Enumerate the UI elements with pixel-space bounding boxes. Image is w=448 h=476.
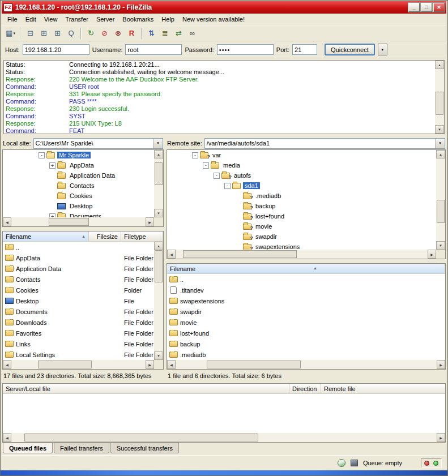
- scrollbar-track[interactable]: [436, 158, 445, 241]
- scrollbar-thumb[interactable]: [38, 361, 92, 368]
- queue-horizontal-scrollbar[interactable]: ◀▶: [3, 433, 445, 442]
- disconnect-button[interactable]: ⊗: [112, 27, 125, 40]
- remote-tree-horizontal-scrollbar[interactable]: ◀▶: [167, 250, 436, 259]
- Cookies[interactable]: Cookies Folder: [3, 285, 154, 295]
- backup[interactable]: backup: [167, 338, 445, 349]
- directory-comparison-button[interactable]: ≣: [159, 27, 172, 40]
- tab-queued-files[interactable]: Queued files: [3, 443, 53, 453]
- speed-limit-icon[interactable]: [338, 459, 345, 467]
- queue-column-remote-file[interactable]: Remote file: [321, 384, 445, 393]
- scroll-left-button[interactable]: ◀: [3, 360, 11, 369]
- tree-expander[interactable]: +: [49, 162, 56, 169]
- port-input[interactable]: [292, 44, 317, 55]
- tree-expander[interactable]: -: [214, 173, 220, 179]
- tree-item[interactable]: - var: [167, 150, 436, 160]
- tree-item[interactable]: + AppData: [3, 160, 154, 170]
- menu-server[interactable]: Server: [92, 15, 118, 24]
- tree-item[interactable]: movie: [167, 221, 436, 231]
- local-column-filename[interactable]: Filename ▲: [3, 231, 89, 241]
- scroll-down-button[interactable]: ▼: [436, 241, 445, 250]
- Contacts[interactable]: Contacts File Folder: [3, 274, 154, 285]
- synchronized-browsing-button[interactable]: ⇄: [172, 27, 185, 40]
- filter-button[interactable]: ⇅: [145, 27, 158, 40]
- .titandev[interactable]: .titandev: [167, 285, 445, 295]
- Application Data[interactable]: Application Data File Folder: [3, 263, 154, 274]
- tree-item[interactable]: Cookies: [3, 191, 154, 201]
- combo-dropdown-icon[interactable]: ▾: [435, 139, 445, 148]
- AppData[interactable]: AppData File Folder: [3, 252, 154, 263]
- scroll-up-button[interactable]: ▲: [154, 150, 163, 158]
- local-column-filetype[interactable]: Filetype: [121, 231, 163, 241]
- remote-list-horizontal-scrollbar[interactable]: ◀▶: [167, 360, 445, 369]
- Desktop[interactable]: Desktop File: [3, 295, 154, 306]
- tree-item[interactable]: swapextensions: [167, 242, 436, 250]
- find-files-button[interactable]: ∞: [186, 27, 199, 40]
- menu-view[interactable]: View: [40, 15, 62, 24]
- password-input[interactable]: [217, 44, 274, 55]
- menu-new-version-available[interactable]: New version available!: [178, 15, 249, 24]
- local-list-horizontal-scrollbar[interactable]: ◀▶: [3, 360, 154, 369]
- scrollbar-thumb[interactable]: [207, 361, 301, 368]
- scrollbar-track[interactable]: [176, 250, 428, 259]
- scrollbar-track[interactable]: [11, 217, 146, 226]
- scrollbar-track[interactable]: [11, 433, 437, 442]
- Favorites[interactable]: Favorites File Folder: [3, 328, 154, 338]
- scrollbar-thumb[interactable]: [155, 250, 163, 282]
- queue-column-direction[interactable]: Direction: [289, 384, 321, 393]
- ..[interactable]: ..: [3, 242, 154, 252]
- scroll-left-button[interactable]: ◀: [3, 433, 11, 442]
- scroll-right-button[interactable]: ▶: [437, 360, 445, 369]
- scroll-up-button[interactable]: ▲: [435, 61, 444, 69]
- scrollbar-track[interactable]: [11, 360, 146, 369]
- tree-expander[interactable]: -: [192, 152, 198, 158]
- tree-item[interactable]: - sda1: [167, 181, 436, 191]
- scroll-left-button[interactable]: ◀: [167, 360, 176, 369]
- scroll-left-button[interactable]: ◀: [3, 217, 11, 226]
- tree-item[interactable]: Desktop: [3, 201, 154, 211]
- remote-column-filename[interactable]: Filename ▲: [167, 264, 445, 273]
- scrollbar-thumb[interactable]: [437, 200, 445, 223]
- queue-column-local-file[interactable]: Server/Local file: [3, 384, 289, 393]
- combo-dropdown-icon[interactable]: ▾: [153, 139, 163, 148]
- Local Settings[interactable]: Local Settings File Folder: [3, 349, 154, 360]
- cancel-operation-button[interactable]: ⊘: [98, 27, 111, 40]
- scrollbar-thumb[interactable]: [49, 218, 89, 226]
- maximize-button[interactable]: □: [421, 3, 432, 12]
- tree-expander[interactable]: +: [49, 213, 56, 218]
- tree-item[interactable]: backup: [167, 201, 436, 211]
- scroll-right-button[interactable]: ▶: [146, 360, 154, 369]
- tree-expander[interactable]: -: [224, 183, 231, 189]
- scroll-left-button[interactable]: ◀: [167, 250, 176, 259]
- scroll-right-button[interactable]: ▶: [146, 217, 154, 226]
- tree-item[interactable]: - Mr Sparkle: [3, 150, 154, 160]
- scrollbar-track[interactable]: [435, 69, 444, 125]
- Downloads[interactable]: Downloads File Folder: [3, 317, 154, 328]
- local-site-combobox[interactable]: C:\Users\Mr Sparkle\ ▾: [33, 138, 163, 149]
- scrollbar-track[interactable]: [154, 158, 163, 209]
- host-input[interactable]: [23, 44, 89, 55]
- tree-item[interactable]: swapdir: [167, 231, 436, 242]
- remote-tree-vertical-scrollbar[interactable]: ▲▼: [436, 150, 445, 250]
- menu-bookmarks[interactable]: Bookmarks: [118, 15, 157, 24]
- tree-expander[interactable]: -: [39, 152, 45, 158]
- tree-item[interactable]: - media: [167, 160, 436, 170]
- log-vertical-scrollbar[interactable]: ▲▼: [435, 61, 444, 134]
- toggle-queue-button[interactable]: Q: [65, 27, 78, 40]
- scrollbar-track[interactable]: [154, 250, 163, 351]
- local-splitter[interactable]: [2, 227, 164, 231]
- scrollbar-thumb[interactable]: [24, 434, 258, 441]
- scroll-up-button[interactable]: ▲: [436, 150, 445, 158]
- scroll-up-button[interactable]: ▲: [154, 242, 163, 250]
- local-tree-vertical-scrollbar[interactable]: ▲▼: [154, 150, 163, 217]
- .mediadb[interactable]: .mediadb: [167, 349, 445, 360]
- scroll-down-button[interactable]: ▼: [435, 125, 444, 134]
- local-list-vertical-scrollbar[interactable]: ▲▼: [154, 242, 163, 360]
- scrollbar-thumb[interactable]: [436, 92, 443, 115]
- tree-item[interactable]: - autofs: [167, 170, 436, 181]
- toggle-remote-tree-button[interactable]: ⊞: [51, 27, 64, 40]
- movie[interactable]: movie: [167, 317, 445, 328]
- quickconnect-dropdown-button[interactable]: ▾: [378, 44, 387, 55]
- tree-item[interactable]: + Documents: [3, 211, 154, 217]
- scroll-down-button[interactable]: ▼: [154, 351, 163, 360]
- menu-edit[interactable]: Edit: [22, 15, 40, 24]
